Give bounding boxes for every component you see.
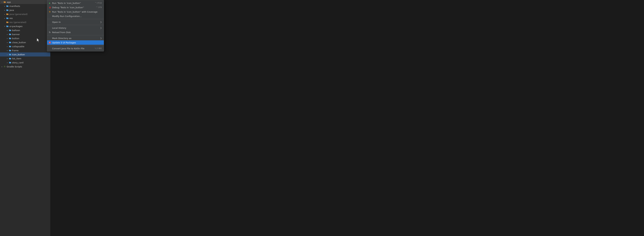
svg-rect-0	[4, 2, 6, 3]
menu-item-run-tests[interactable]: ▶ Run 'Tests in 'icon_button'' ⌃⇧F10	[47, 1, 104, 5]
empty-editor-area	[50, 0, 644, 236]
menu-item-label: Debug 'Tests in 'icon_button''	[52, 6, 92, 9]
folder-icon-app	[3, 1, 6, 3]
folder-icon-java	[6, 9, 9, 12]
svg-rect-3	[6, 5, 7, 6]
tree-item-res[interactable]: ▸ res	[0, 16, 50, 20]
svg-rect-28	[9, 58, 11, 59]
svg-rect-20	[9, 42, 11, 43]
menu-item-modify-run[interactable]: Modify Run Configuration...	[47, 14, 104, 18]
menu-item-local-history[interactable]: Local History ❯	[47, 26, 104, 30]
tree-item-banner[interactable]: ▸ banner	[0, 32, 50, 36]
svg-rect-16	[9, 34, 11, 35]
debug-icon: 🐞	[48, 6, 51, 9]
menu-item-label: Convert Java File to Kotlin File	[52, 47, 91, 50]
folder-icon-close-button	[9, 41, 12, 44]
chevron-right-icon: ▸	[6, 49, 9, 52]
svg-rect-26	[9, 54, 11, 55]
svg-rect-1	[4, 1, 4, 2]
svg-rect-25	[9, 50, 10, 50]
svg-rect-6	[6, 14, 8, 15]
menu-item-update-packages[interactable]: ↑ Update 5 UI Packages	[47, 40, 104, 45]
folder-icon-story-card	[9, 61, 12, 64]
tree-item-java[interactable]: ▸ java	[0, 8, 50, 12]
tree-item-ui-packages[interactable]: ▾ ui-packages	[0, 24, 50, 28]
tree-item-label: manifests	[10, 5, 20, 8]
folder-icon-manifests	[6, 5, 9, 8]
chevron-right-icon: ▸	[3, 5, 6, 8]
tree-item-label: res (generated)	[10, 21, 26, 24]
menu-item-reload-disk[interactable]: ↻ Reload from Disk	[47, 30, 104, 35]
tree-item-label: res	[10, 17, 13, 20]
svg-rect-14	[9, 30, 11, 31]
gradle-icon: ⚙	[3, 65, 6, 68]
svg-rect-22	[9, 46, 11, 47]
tree-item-app[interactable]: ▾ app	[0, 0, 50, 4]
folder-icon-ui-packages	[6, 25, 9, 28]
folder-icon-icon-button	[9, 53, 12, 56]
svg-text:↑: ↑	[49, 42, 50, 44]
svg-rect-27	[9, 54, 10, 54]
menu-item-open-in[interactable]: Open In ❯	[47, 20, 104, 24]
folder-icon-button	[9, 37, 12, 40]
chevron-right-icon: ▸	[6, 45, 9, 48]
run-icon: ▶	[48, 2, 51, 4]
tree-item-balloon[interactable]: ▸ balloon	[0, 28, 50, 32]
menu-item-debug-tests[interactable]: 🐞 Debug 'Tests in 'icon_button'' ⌃⇧F9	[47, 5, 104, 10]
svg-rect-5	[6, 10, 7, 10]
tree-item-label: button	[12, 37, 19, 40]
chevron-right-icon: ▸	[6, 61, 9, 64]
main-container: ▾ app ▸ manifests ▸	[0, 0, 644, 236]
tree-item-label: ui-packages	[10, 25, 22, 28]
tree-item-button[interactable]: ▸ button	[0, 36, 50, 40]
menu-item-mark-directory[interactable]: Mark Directory as ❯	[47, 36, 104, 40]
chevron-right-icon: ▸	[3, 9, 6, 12]
svg-rect-18	[9, 38, 11, 39]
tree-item-list-item[interactable]: ▸ list_item	[0, 56, 50, 61]
svg-rect-21	[9, 42, 10, 42]
menu-item-convert-kotlin[interactable]: Convert Java File to Kotlin File ⌥⇧⌘K	[47, 46, 104, 51]
reload-icon: ↻	[48, 31, 51, 34]
chevron-down-icon: ▾	[3, 25, 6, 28]
tree-item-label: app	[7, 1, 11, 3]
menu-item-label: Open In	[52, 21, 99, 23]
tree-item-collapsable[interactable]: ▸ collapsable	[0, 44, 50, 48]
tree-item-label: collapsable	[12, 45, 24, 48]
tree-item-manifests[interactable]: ▸ manifests	[0, 4, 50, 8]
tree-item-label: balloon	[12, 29, 20, 32]
submenu-arrow-icon: ❯	[100, 37, 102, 39]
svg-rect-19	[9, 38, 10, 38]
tree-item-frame[interactable]: ▸ frame	[0, 48, 50, 52]
folder-icon-list-item	[9, 57, 12, 60]
svg-rect-13	[6, 26, 7, 26]
chevron-right-icon: ▸	[6, 57, 9, 60]
tree-item-close-button[interactable]: ▸ close_button	[0, 40, 50, 44]
tree-item-label: list_item	[12, 57, 21, 60]
svg-rect-15	[9, 30, 10, 30]
separator-2	[47, 25, 104, 25]
shortcut-label: ⌥⇧⌘K	[94, 47, 102, 50]
menu-item-run-coverage[interactable]: © Run 'Tests in 'icon_button'' with Cove…	[47, 10, 104, 14]
tree-item-label: close_button	[12, 41, 26, 44]
context-menu-overlay: ▶ Run 'Tests in 'icon_button'' ⌃⇧F10 🐞 D…	[47, 0, 104, 51]
tree-item-java-generated[interactable]: ▸ java (generated)	[0, 12, 50, 16]
svg-rect-11	[6, 22, 7, 22]
tree-item-label: java (generated)	[10, 13, 28, 16]
svg-rect-29	[9, 58, 10, 58]
folder-icon-collapsable	[9, 45, 12, 48]
context-menu: ▶ Run 'Tests in 'icon_button'' ⌃⇧F10 🐞 D…	[47, 0, 104, 51]
folder-icon-frame	[9, 49, 12, 52]
tree-item-icon-button[interactable]: ▸ icon_button	[0, 52, 50, 56]
tree-item-label: Gradle Scripts	[7, 65, 22, 68]
tree-item-label: frame	[12, 49, 18, 52]
folder-icon-res	[6, 17, 9, 20]
tree-item-res-generated[interactable]: ▸ res (generated)	[0, 20, 50, 24]
separator-3	[47, 35, 104, 35]
tree-item-gradle-scripts[interactable]: ▸ ⚙ Gradle Scripts	[0, 65, 50, 69]
chevron-right-icon: ▸	[3, 17, 6, 20]
tree-item-story-card[interactable]: ▸ story_card	[0, 61, 50, 65]
tree-item-label: banner	[12, 33, 20, 36]
svg-rect-4	[6, 10, 8, 11]
menu-item-label: Run 'Tests in 'icon_button''	[52, 2, 92, 4]
svg-rect-10	[6, 22, 8, 23]
